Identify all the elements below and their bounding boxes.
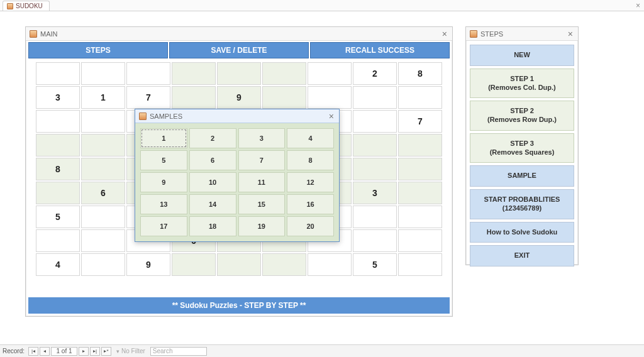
nav-next-button[interactable]: ▸ — [79, 347, 89, 356]
sample-7-button[interactable]: 7 — [238, 150, 286, 170]
sample-17-button[interactable]: 17 — [140, 216, 187, 236]
new-button[interactable]: NEW — [470, 45, 574, 66]
sample-19-button[interactable]: 19 — [238, 216, 286, 236]
grid-cell[interactable] — [262, 253, 307, 277]
grid-cell[interactable] — [35, 229, 80, 253]
sample-18-button[interactable]: 18 — [189, 216, 236, 236]
grid-cell[interactable] — [171, 85, 216, 109]
grid-cell[interactable] — [397, 205, 443, 229]
grid-cell[interactable] — [80, 62, 126, 85]
samples-grid: 1234567891011121314151617181920 — [140, 128, 334, 236]
grid-cell[interactable] — [171, 62, 216, 85]
grid-cell[interactable] — [35, 133, 80, 157]
close-icon[interactable]: × — [567, 30, 574, 38]
grid-cell[interactable] — [126, 62, 171, 85]
grid-cell[interactable] — [80, 253, 126, 277]
no-filter[interactable]: ▾ No Filter — [116, 348, 145, 354]
grid-cell[interactable] — [216, 62, 262, 85]
grid-cell[interactable]: 8 — [397, 62, 443, 85]
grid-cell[interactable] — [352, 85, 397, 109]
close-icon[interactable]: × — [441, 30, 448, 38]
grid-cell[interactable] — [80, 109, 126, 133]
grid-cell[interactable] — [307, 85, 352, 109]
grid-cell[interactable]: 3 — [35, 85, 80, 109]
funnel-icon: ▾ — [116, 348, 119, 354]
sample-button[interactable]: SAMPLE — [470, 165, 574, 187]
main-footer: ** Sudoku Puzzles - STEP BY STEP ** — [28, 297, 450, 314]
grid-cell[interactable] — [35, 181, 80, 205]
grid-cell[interactable]: 5 — [35, 205, 80, 229]
grid-cell[interactable] — [307, 253, 352, 277]
sample-14-button[interactable]: 14 — [189, 194, 236, 214]
grid-cell[interactable] — [397, 253, 443, 277]
grid-cell[interactable]: 1 — [80, 85, 126, 109]
grid-cell[interactable] — [80, 205, 126, 229]
exit-button[interactable]: EXIT — [470, 245, 574, 266]
sample-16-button[interactable]: 16 — [287, 194, 334, 214]
grid-cell[interactable] — [35, 62, 80, 85]
grid-cell[interactable] — [352, 133, 397, 157]
grid-cell[interactable] — [35, 109, 80, 133]
sample-5-button[interactable]: 5 — [140, 150, 187, 170]
sample-10-button[interactable]: 10 — [189, 172, 236, 192]
grid-cell[interactable]: 3 — [352, 181, 397, 205]
grid-cell[interactable] — [352, 205, 397, 229]
sample-2-button[interactable]: 2 — [189, 128, 236, 148]
grid-cell[interactable] — [262, 62, 307, 85]
grid-cell[interactable] — [397, 157, 443, 181]
sample-12-button[interactable]: 12 — [287, 172, 334, 192]
grid-cell[interactable]: 9 — [216, 85, 262, 109]
sample-11-button[interactable]: 11 — [238, 172, 286, 192]
grid-cell[interactable]: 2 — [352, 62, 397, 85]
grid-cell[interactable] — [80, 157, 126, 181]
grid-cell[interactable] — [171, 253, 216, 277]
grid-cell[interactable] — [80, 133, 126, 157]
sample-8-button[interactable]: 8 — [287, 150, 334, 170]
samples-window: SAMPLES × 123456789101112131415161718192… — [135, 109, 340, 242]
grid-cell[interactable]: 5 — [352, 253, 397, 277]
grid-cell[interactable]: 4 — [35, 253, 80, 277]
recall-success-button[interactable]: RECALL SUCCESS — [310, 42, 450, 58]
grid-cell[interactable] — [352, 157, 397, 181]
sample-9-button[interactable]: 9 — [140, 172, 187, 192]
sample-1-button[interactable]: 1 — [140, 128, 187, 148]
form-icon — [139, 113, 147, 120]
grid-cell[interactable] — [397, 133, 443, 157]
step3-button[interactable]: STEP 3 (Removes Squares) — [470, 133, 574, 163]
tab-sudoku[interactable]: SUDOKU — [3, 1, 50, 11]
close-icon[interactable]: × — [328, 112, 335, 121]
step1-button[interactable]: STEP 1 (Removes Col. Dup.) — [470, 69, 574, 99]
nav-last-button[interactable]: ▸| — [90, 347, 100, 356]
step2-button[interactable]: STEP 2 (Removes Row Dup.) — [470, 101, 574, 131]
start-prob-button[interactable]: START PROBABLITIES (123456789) — [470, 189, 574, 219]
grid-cell[interactable]: 7 — [397, 109, 443, 133]
grid-cell[interactable]: 6 — [80, 181, 126, 205]
grid-cell[interactable]: 7 — [126, 85, 171, 109]
nav-new-button[interactable]: ▸* — [101, 347, 111, 356]
sample-3-button[interactable]: 3 — [238, 128, 286, 148]
grid-cell[interactable] — [262, 85, 307, 109]
grid-cell[interactable]: 9 — [126, 253, 171, 277]
sample-20-button[interactable]: 20 — [287, 216, 334, 236]
grid-cell[interactable] — [307, 62, 352, 85]
grid-cell[interactable] — [80, 229, 126, 253]
grid-cell[interactable] — [352, 109, 397, 133]
nav-prev-button[interactable]: ◂ — [40, 347, 50, 356]
steps-title: STEPS — [480, 30, 503, 38]
howto-button[interactable]: How to Solve Sudoku — [470, 222, 574, 243]
steps-button[interactable]: STEPS — [28, 42, 168, 58]
grid-cell[interactable] — [397, 181, 443, 205]
sample-4-button[interactable]: 4 — [287, 128, 334, 148]
sample-15-button[interactable]: 15 — [238, 194, 286, 214]
grid-cell[interactable]: 8 — [35, 157, 80, 181]
save-delete-button[interactable]: SAVE / DELETE — [169, 42, 309, 58]
nav-first-button[interactable]: |◂ — [28, 347, 38, 356]
grid-cell[interactable] — [216, 253, 262, 277]
search-input[interactable]: Search — [150, 347, 207, 356]
app-close-icon[interactable]: × — [636, 1, 640, 10]
grid-cell[interactable] — [397, 85, 443, 109]
grid-cell[interactable] — [352, 229, 397, 253]
sample-6-button[interactable]: 6 — [189, 150, 236, 170]
grid-cell[interactable] — [397, 229, 443, 253]
sample-13-button[interactable]: 13 — [140, 194, 187, 214]
